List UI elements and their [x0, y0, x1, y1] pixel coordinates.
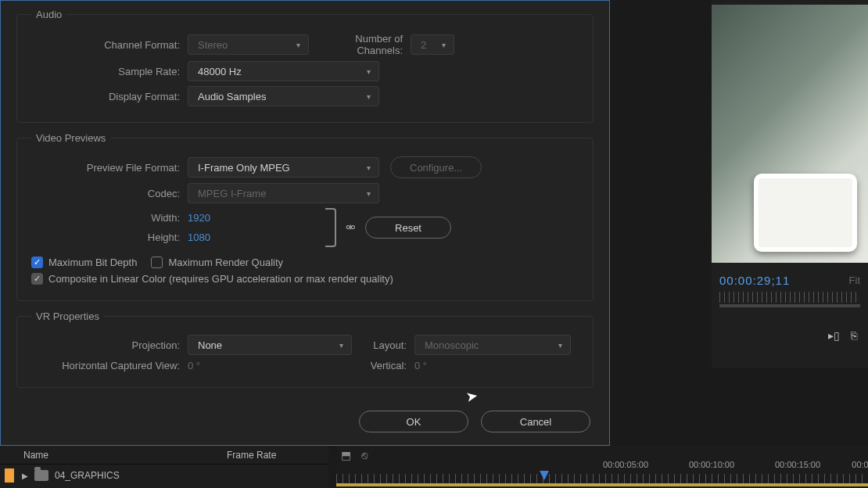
vr-properties-section: VR Properties Projection: None ▾ Layout:… [16, 310, 594, 388]
column-frame-rate[interactable]: Frame Rate [227, 446, 328, 464]
chevron-down-icon: ▾ [442, 41, 446, 49]
project-item-name: 04_GRAPHICS [55, 470, 120, 481]
snap-icon[interactable]: ⬒ [339, 449, 352, 461]
chevron-down-icon: ▾ [367, 92, 371, 101]
work-area-bar[interactable] [336, 483, 868, 486]
projection-label: Projection: [31, 339, 188, 351]
chevron-down-icon: ▾ [339, 341, 343, 350]
sample-rate-select[interactable]: 48000 Hz ▾ [188, 61, 379, 81]
chevron-down-icon: ▾ [558, 341, 562, 350]
projection-select[interactable]: None ▾ [188, 335, 352, 355]
column-name[interactable]: Name [22, 446, 227, 464]
program-monitor: 00:00:29;11 Fit ▸▯ ⎘ [712, 0, 868, 368]
mouse-cursor-icon: ➤ [464, 387, 479, 406]
codec-select: MPEG I-Frame ▾ [188, 183, 379, 203]
program-ruler[interactable] [719, 292, 860, 303]
hview-field: 0 ° [188, 360, 352, 371]
time-ruler[interactable] [336, 474, 868, 483]
width-label: Width: [31, 212, 188, 224]
codec-label: Codec: [31, 188, 188, 199]
max-render-quality-checkbox[interactable]: Maximum Render Quality [151, 257, 283, 268]
ruler-label: 00:00:10:00 [689, 460, 734, 469]
sequence-settings-dialog: Audio Channel Format: Stereo ▾ Number of… [0, 0, 610, 446]
cancel-button[interactable]: Cancel [481, 411, 590, 432]
chevron-down-icon: ▾ [367, 189, 371, 198]
chevron-down-icon: ▾ [367, 67, 371, 76]
num-channels-select: 2 ▾ [411, 34, 454, 55]
checkmark-icon: ✓ [31, 257, 43, 268]
display-format-select[interactable]: Audio Samples ▾ [188, 86, 379, 106]
layout-label: Layout: [352, 339, 414, 351]
sample-rate-label: Sample Rate: [31, 66, 188, 77]
ok-button[interactable]: OK [359, 411, 468, 432]
layout-select: Monoscopic ▾ [414, 335, 571, 355]
ruler-label: 00:00:05:00 [603, 460, 648, 469]
project-item[interactable]: ▶ 04_GRAPHICS [0, 465, 328, 486]
channel-format-label: Channel Format: [31, 39, 188, 51]
preview-format-select[interactable]: I-Frame Only MPEG ▾ [188, 157, 379, 178]
display-format-label: Display Format: [31, 91, 188, 102]
vview-field: 0 ° [414, 360, 427, 371]
disclosure-icon[interactable]: ▶ [22, 472, 28, 480]
video-previews-legend: Video Previews [31, 132, 110, 144]
link-bracket-icon [325, 208, 336, 247]
composite-linear-checkbox[interactable]: ✓ Composite in Linear Color (requires GP… [31, 273, 393, 285]
preview-format-label: Preview File Format: [31, 162, 188, 174]
vr-legend: VR Properties [31, 310, 104, 322]
configure-button: Configure... [390, 156, 482, 178]
num-channels-label: Number of Channels: [309, 33, 411, 56]
link-dimensions-icon[interactable]: ⚮ [346, 221, 356, 235]
audio-section: Audio Channel Format: Stereo ▾ Number of… [16, 9, 594, 123]
zoom-fit-select[interactable]: Fit [849, 274, 860, 286]
chevron-down-icon: ▾ [367, 163, 371, 172]
max-bit-depth-checkbox[interactable]: ✓ Maximum Bit Depth [31, 257, 137, 268]
checkmark-icon: ✓ [31, 273, 43, 285]
program-video[interactable] [712, 5, 868, 263]
audio-legend: Audio [31, 9, 66, 20]
width-field[interactable]: 1920 [188, 212, 321, 224]
height-field[interactable]: 1080 [188, 231, 321, 243]
checkbox-empty-icon [151, 257, 163, 268]
linked-selection-icon[interactable]: ⎋ [358, 449, 371, 461]
vview-label: Vertical: [352, 360, 414, 371]
timeline-panel[interactable]: ⬒ ⎋ 00:00:05:00 00:00:10:00 00:00:15:00 … [336, 446, 868, 488]
hview-label: Horizontal Captured View: [31, 360, 188, 371]
reset-button[interactable]: Reset [365, 217, 451, 239]
channel-format-select: Stereo ▾ [188, 34, 309, 55]
project-header: Name Frame Rate [0, 446, 328, 465]
height-label: Height: [31, 231, 188, 243]
export-frame-icon[interactable]: ⎘ [851, 329, 857, 342]
ruler-label: 00:00:15:00 [775, 460, 820, 469]
insert-icon[interactable]: ▸▯ [828, 329, 840, 342]
label-color-swatch[interactable] [5, 468, 14, 483]
chevron-down-icon: ▾ [296, 41, 300, 49]
video-previews-section: Video Previews Preview File Format: I-Fr… [16, 132, 594, 301]
folder-icon [34, 470, 48, 481]
program-timecode[interactable]: 00:00:29;11 [719, 274, 790, 287]
ruler-label: 00:0 [852, 460, 868, 469]
project-panel: Name Frame Rate ▶ 04_GRAPHICS [0, 446, 328, 488]
